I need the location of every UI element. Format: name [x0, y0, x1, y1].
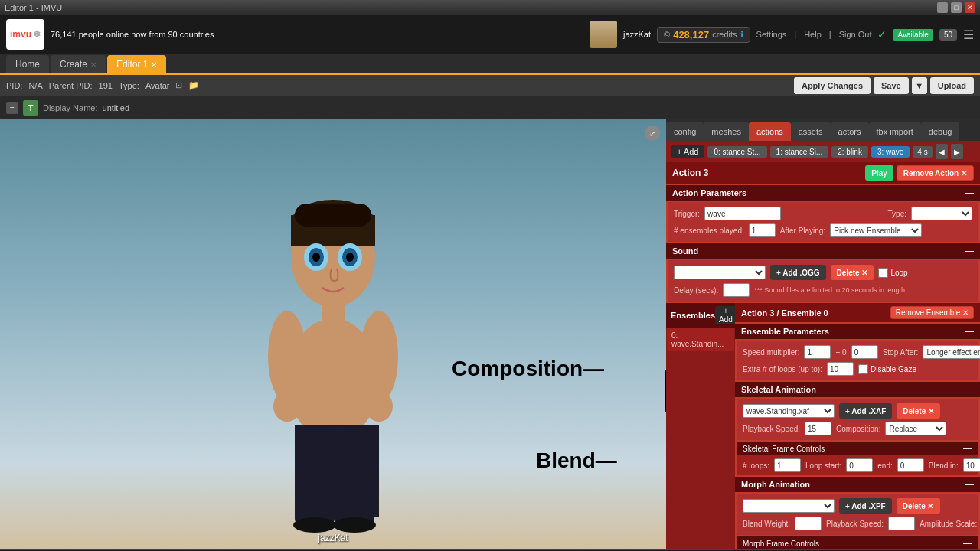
delete-sound-button[interactable]: Delete ✕ [831, 265, 874, 280]
morph-title: Morph Animation [741, 480, 810, 489]
save-button[interactable]: Save [874, 77, 909, 94]
xpf-row: + Add .XPF Delete ✕ [737, 497, 978, 515]
tab-actors[interactable]: actors [831, 122, 869, 141]
loops-input[interactable] [774, 458, 801, 472]
expand-button[interactable]: ⤢ [645, 126, 660, 141]
end-input[interactable] [897, 458, 924, 472]
tab-config[interactable]: config [666, 122, 704, 141]
ensembles-input[interactable] [749, 223, 776, 237]
disable-gaze-check[interactable] [858, 364, 868, 374]
apply-changes-button[interactable]: Apply Changes [794, 77, 871, 94]
action-params-collapse[interactable]: — [965, 187, 974, 198]
type-select[interactable] [911, 207, 972, 220]
save-dropdown-button[interactable]: ▼ [912, 77, 927, 94]
tab-assets[interactable]: assets [791, 122, 831, 141]
snowflake-icon: ❄ [33, 29, 41, 40]
add-action-button[interactable]: + Add [671, 145, 704, 158]
tab-create[interactable]: Create ✕ [51, 55, 106, 73]
morph-frame-collapse[interactable]: — [963, 538, 972, 549]
frame-controls-row: # loops: Loop start: end: Blend in: out: [737, 455, 978, 475]
avatar-image [590, 21, 617, 48]
points-badge: 50 [939, 29, 957, 41]
menu-icon[interactable]: ☰ [963, 28, 974, 42]
add-xaf-button[interactable]: + Add .XAF [839, 403, 892, 419]
speed-add-label: + 0 [835, 348, 846, 357]
svg-point-13 [360, 311, 398, 403]
sound-collapse[interactable]: — [965, 246, 974, 256]
speed-input[interactable] [804, 345, 831, 359]
prev-action-button[interactable]: ◀ [936, 144, 948, 159]
tab-fbx-import[interactable]: fbx import [869, 122, 921, 141]
toolbar-info: PID: N/A Parent PID: 191 Type: Avatar ⊡ … [6, 80, 791, 90]
action-tab-0[interactable]: 0: stance St... [707, 146, 766, 158]
add-ensemble-button[interactable]: + Add [715, 306, 737, 324]
parent-pid-label: Parent PID: [49, 81, 93, 90]
blend-weight-input[interactable] [795, 517, 822, 530]
next-action-button[interactable]: ▶ [951, 144, 963, 159]
sound-file-select[interactable] [674, 266, 766, 279]
tab-config-label: config [674, 127, 696, 136]
screenshot-icon[interactable]: ⊡ [175, 80, 182, 90]
xpf-select[interactable] [743, 499, 835, 513]
playback-speed-input[interactable] [805, 422, 831, 435]
upload-button[interactable]: Upload [930, 77, 974, 94]
extra-loops-input[interactable] [827, 362, 854, 376]
action-tab-1[interactable]: 1: stance Si... [770, 146, 829, 158]
tab-editor-close[interactable]: ✕ [151, 60, 157, 69]
after-playing-select[interactable]: Pick new Ensemble [830, 223, 922, 237]
delete-xpf-button[interactable]: Delete ✕ [897, 498, 940, 514]
skeletal-title: Skeletal Animation [741, 385, 816, 394]
ensemble-list-header: Ensembles + Add [666, 303, 735, 328]
remove-action-button[interactable]: Remove Action ✕ [897, 165, 974, 181]
trigger-input[interactable] [704, 207, 781, 220]
help-text[interactable]: Help [804, 30, 822, 39]
action-tab-3[interactable]: 3: wave [871, 146, 910, 158]
speed-add-input[interactable] [851, 345, 878, 359]
remove-ensemble-button[interactable]: Remove Ensemble ✕ [890, 306, 974, 319]
skeletal-section: wave.Standing.xaf + Add .XAF Delete ✕ Pl… [737, 399, 978, 440]
tab-editor[interactable]: Editor 1 ✕ [107, 55, 166, 73]
help-link[interactable]: | [794, 30, 796, 39]
ensemble-item-label: 0: wave.Standin... [671, 331, 724, 348]
sound-section: + Add .OGG Delete ✕ Loop Delay (secs): *… [668, 260, 978, 302]
skeletal-frame-collapse[interactable]: — [963, 443, 972, 454]
tab-meshes[interactable]: meshes [704, 122, 749, 141]
collapse-button[interactable]: − [6, 102, 18, 114]
morph-playback-input[interactable] [888, 517, 915, 530]
close-button[interactable]: ✕ [965, 2, 975, 13]
delay-input[interactable] [723, 283, 750, 297]
signout-link[interactable]: Sign Out [839, 30, 872, 39]
tab-create-close[interactable]: ✕ [90, 60, 96, 69]
ensemble-params-collapse[interactable]: — [965, 326, 974, 337]
tab-debug-label: debug [929, 127, 952, 136]
composition-select[interactable]: Replace [885, 422, 946, 435]
tab-debug[interactable]: debug [921, 122, 960, 141]
folder-icon[interactable]: 📁 [188, 80, 199, 90]
tab-meshes-label: meshes [711, 127, 741, 136]
add-ogg-button[interactable]: + Add .OGG [770, 265, 826, 280]
loop-start-input[interactable] [846, 458, 873, 472]
xaf-select[interactable]: wave.Standing.xaf [743, 404, 835, 418]
minimize-button[interactable]: — [937, 2, 948, 13]
maximize-button[interactable]: □ [951, 2, 962, 13]
panel-tabs: config meshes actions assets actors fbx … [666, 119, 980, 141]
skeletal-collapse[interactable]: — [965, 384, 974, 395]
morph-collapse[interactable]: — [965, 479, 974, 490]
svg-rect-11 [322, 299, 345, 322]
blend-in-input[interactable] [963, 458, 980, 472]
tab-home[interactable]: Home [6, 55, 49, 73]
play-button[interactable]: Play [865, 165, 893, 181]
disable-gaze-label: Disable Gaze [858, 364, 916, 374]
pid-label: PID: [6, 81, 22, 90]
sound-file-row: + Add .OGG Delete ✕ Loop [668, 263, 978, 282]
duration-badge: 4 s [913, 146, 932, 158]
delete-xaf-button[interactable]: Delete ✕ [897, 403, 940, 419]
add-xpf-button[interactable]: + Add .XPF [839, 498, 892, 514]
tab-actions[interactable]: actions [749, 122, 791, 141]
stop-after-select[interactable]: Longer effect ends [923, 345, 980, 359]
loop-check-input[interactable] [878, 268, 888, 278]
settings-link[interactable]: Settings [756, 30, 787, 39]
loop-checkbox[interactable]: Loop [878, 268, 907, 278]
ensemble-item-0[interactable]: 0: wave.Standin... [667, 328, 734, 351]
action-tab-2[interactable]: 2: blink [831, 146, 868, 158]
